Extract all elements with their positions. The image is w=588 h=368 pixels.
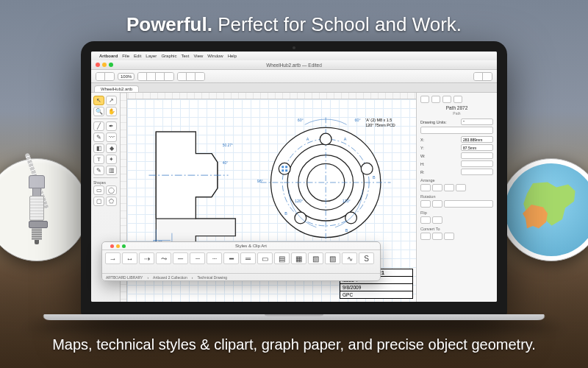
inspector-tab-geometry[interactable] xyxy=(420,96,429,103)
style-swatch[interactable]: ▤ xyxy=(274,252,290,264)
window-titlebar[interactable]: WheelHub2.artb — Edited xyxy=(91,60,497,70)
tool-zoom[interactable]: 🔍 xyxy=(93,107,104,116)
tool-select[interactable]: ↖ xyxy=(93,96,104,105)
arrange-forward[interactable] xyxy=(432,184,442,191)
units-input[interactable] xyxy=(461,118,493,125)
menu-view[interactable]: View xyxy=(193,54,203,58)
y-input[interactable] xyxy=(461,144,493,151)
shape-roundrect[interactable]: ▢ xyxy=(93,197,104,206)
style-swatch[interactable]: ▧ xyxy=(308,252,323,264)
style-swatch[interactable]: ▦ xyxy=(291,252,306,264)
style-swatch[interactable]: S xyxy=(359,252,374,264)
tool-gradient[interactable]: ▥ xyxy=(106,166,117,175)
arrange-back[interactable] xyxy=(444,184,454,191)
rotate-ccw[interactable] xyxy=(420,200,431,208)
ang-120a: 120° xyxy=(343,199,351,203)
styles-palette[interactable]: Styles & Clip Art → ↔ ⇢ ⤳ ─ ┄ ┈ ━ ═ ▭ ▤ … xyxy=(101,241,381,281)
menu-window[interactable]: Window xyxy=(207,54,223,58)
shape-rect[interactable]: ▭ xyxy=(93,185,104,195)
tool-hand[interactable]: ✋ xyxy=(106,107,117,116)
tool-text[interactable]: T xyxy=(93,155,104,164)
toolbar-group-b[interactable] xyxy=(177,72,205,81)
tool-erase[interactable]: ◧ xyxy=(93,144,104,153)
menu-help[interactable]: Help xyxy=(228,54,237,58)
flip-h[interactable] xyxy=(420,216,431,224)
tool-paint[interactable]: ◆ xyxy=(106,144,117,153)
x-input[interactable] xyxy=(461,136,493,143)
tool-eyedrop[interactable]: ✎ xyxy=(93,166,104,175)
palette-close-icon[interactable] xyxy=(110,244,114,248)
style-swatch[interactable]: ∿ xyxy=(342,252,357,264)
rotate-cw[interactable] xyxy=(432,200,442,208)
shape-oval[interactable]: ◯ xyxy=(106,185,117,195)
ruler-horizontal[interactable] xyxy=(121,93,416,99)
menu-file[interactable]: File xyxy=(122,54,129,58)
style-swatch[interactable]: ═ xyxy=(240,252,256,264)
r-input[interactable] xyxy=(461,169,493,175)
tool-brush[interactable]: 〰 xyxy=(106,132,117,142)
arrange-front[interactable] xyxy=(420,184,431,191)
crumb-category[interactable]: Technical Drawing xyxy=(197,275,227,280)
ref-b1: B xyxy=(373,175,376,180)
laptop-base xyxy=(40,314,548,320)
document-tab[interactable]: WheelHub2.artb xyxy=(94,85,139,92)
inspector-tab-text[interactable] xyxy=(442,96,451,103)
w-label: W: xyxy=(420,154,426,158)
svg-point-22 xyxy=(279,163,290,174)
h-input[interactable] xyxy=(461,160,493,167)
ann-50-27: 50.27° xyxy=(223,144,233,147)
tool-pen[interactable]: ✒ xyxy=(106,121,117,131)
arrange-backward[interactable] xyxy=(456,184,466,191)
menu-edit[interactable]: Edit xyxy=(134,54,141,58)
menu-text[interactable]: Text xyxy=(181,54,189,58)
style-swatch[interactable]: ▨ xyxy=(325,252,340,264)
menu-layer[interactable]: Layer xyxy=(146,54,157,58)
arrange-label: Arrange xyxy=(420,178,493,183)
style-swatch[interactable]: → xyxy=(105,252,121,264)
styles-palette-title: Styles & Clip Art xyxy=(126,244,376,248)
chevron-right-icon: › xyxy=(147,275,148,280)
macos-menubar[interactable]: Artboard File Edit Layer Graphic Text Vi… xyxy=(91,52,497,60)
style-swatch[interactable]: ▭ xyxy=(257,252,273,264)
style-swatch[interactable]: ┈ xyxy=(207,252,222,264)
style-swatch[interactable]: ━ xyxy=(223,252,239,264)
tool-direct-select[interactable]: ↗ xyxy=(106,96,117,105)
palette-minimize-icon[interactable] xyxy=(116,244,120,248)
convert-b[interactable] xyxy=(432,233,442,240)
crumb-library[interactable]: ARTBOARD LIBRARY xyxy=(106,275,143,280)
style-swatch[interactable]: ─ xyxy=(173,252,188,264)
ref-b3: B xyxy=(284,211,287,216)
convert-c[interactable] xyxy=(444,233,454,240)
inspector-tab-style[interactable] xyxy=(431,96,440,103)
inspector-tab-layers[interactable] xyxy=(453,96,462,103)
zoom-level[interactable]: 100% xyxy=(118,73,135,80)
convert-label: Convert To xyxy=(420,227,493,231)
style-swatch[interactable]: ┄ xyxy=(190,252,205,264)
tool-stamp[interactable]: ✦ xyxy=(106,155,117,164)
rotate-input[interactable] xyxy=(444,200,493,208)
svg-point-21 xyxy=(295,212,306,224)
shapes-label: Shapes xyxy=(93,180,118,185)
shape-poly[interactable]: ⬠ xyxy=(106,197,117,206)
svg-point-20 xyxy=(345,212,357,224)
anchor-selector[interactable] xyxy=(420,127,493,134)
style-swatch[interactable]: ⤳ xyxy=(156,252,171,264)
ang-60a: 60° xyxy=(298,118,304,122)
tool-line[interactable]: ╱ xyxy=(93,121,104,131)
inspector-object-title: Path 2872 xyxy=(420,105,493,110)
app-name[interactable]: Artboard xyxy=(99,54,118,58)
units-label: Drawing Units: xyxy=(420,120,447,124)
title-block-l4: GPC xyxy=(340,291,412,298)
document-tabbar[interactable]: WheelHub2.artb xyxy=(91,83,497,93)
convert-a[interactable] xyxy=(420,233,431,240)
nav-back-forward[interactable] xyxy=(96,72,115,81)
flip-v[interactable] xyxy=(432,216,442,224)
style-swatch[interactable]: ⇢ xyxy=(139,252,154,264)
menu-graphic[interactable]: Graphic xyxy=(161,54,176,58)
toolbar-group-a[interactable] xyxy=(137,72,174,81)
crumb-collection[interactable]: Artboard 2 Collection xyxy=(153,275,187,280)
w-input[interactable] xyxy=(461,152,493,159)
toolbar-group-right[interactable] xyxy=(473,72,492,81)
tool-pencil[interactable]: ✎ xyxy=(93,132,104,142)
style-swatch[interactable]: ↔ xyxy=(122,252,137,264)
